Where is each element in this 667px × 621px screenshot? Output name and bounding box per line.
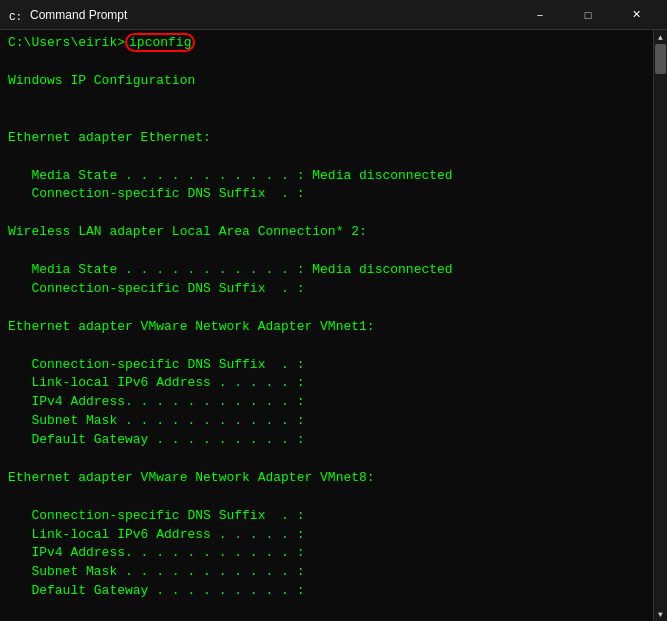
line-vmnet1-ipv6: Link-local IPv6 Address . . . . . : [8, 374, 645, 393]
svg-text:C:: C: [9, 11, 22, 23]
line-vmnet8-subnet: Subnet Mask . . . . . . . . . . . : [8, 563, 645, 582]
line-vmnet8-gw: Default Gateway . . . . . . . . . : [8, 582, 645, 601]
blank-11 [8, 601, 645, 620]
scrollbar-up[interactable]: ▲ [654, 30, 668, 44]
line-vmnet1-ipv4: IPv4 Address. . . . . . . . . . . : [8, 393, 645, 412]
line-vmnet1-adapter: Ethernet adapter VMware Network Adapter … [8, 318, 645, 337]
blank-2 [8, 91, 645, 110]
line-vmnet1-dns: Connection-specific DNS Suffix . : [8, 356, 645, 375]
prompt-text: C:\Users\eirik> [8, 35, 125, 50]
line-vmnet8-ipv6: Link-local IPv6 Address . . . . . : [8, 526, 645, 545]
titlebar: C: Command Prompt − □ ✕ [0, 0, 667, 30]
scrollbar-thumb[interactable] [655, 44, 666, 74]
terminal[interactable]: C:\Users\eirik>ipconfig Windows IP Confi… [0, 30, 653, 621]
command-highlight: ipconfig [125, 33, 195, 52]
close-button[interactable]: ✕ [613, 0, 659, 30]
blank-8 [8, 337, 645, 356]
line-wlan-adapter: Wireless LAN adapter Local Area Connecti… [8, 223, 645, 242]
blank-9 [8, 450, 645, 469]
cmd-icon: C: [8, 7, 24, 23]
blank-6 [8, 242, 645, 261]
line-eth-dns: Connection-specific DNS Suffix . : [8, 185, 645, 204]
line-vmnet1-subnet: Subnet Mask . . . . . . . . . . . : [8, 412, 645, 431]
line-vmnet1-gw: Default Gateway . . . . . . . . . : [8, 431, 645, 450]
titlebar-left: C: Command Prompt [8, 7, 127, 23]
titlebar-title: Command Prompt [30, 8, 127, 22]
scrollbar-down[interactable]: ▼ [654, 607, 668, 621]
scrollbar: ▲ ▼ [653, 30, 667, 621]
scrollbar-track [654, 44, 667, 607]
blank-3 [8, 110, 645, 129]
line-windows-ip: Windows IP Configuration [8, 72, 645, 91]
line-wlan-dns: Connection-specific DNS Suffix . : [8, 280, 645, 299]
line-eth-adapter: Ethernet adapter Ethernet: [8, 129, 645, 148]
titlebar-controls: − □ ✕ [517, 0, 659, 30]
blank-5 [8, 204, 645, 223]
line-wlan-media: Media State . . . . . . . . . . . : Medi… [8, 261, 645, 280]
line-vmnet8-dns: Connection-specific DNS Suffix . : [8, 507, 645, 526]
line-eth-media: Media State . . . . . . . . . . . : Medi… [8, 167, 645, 186]
line-vmnet8-adapter: Ethernet adapter VMware Network Adapter … [8, 469, 645, 488]
blank-7 [8, 299, 645, 318]
line-vmnet8-ipv4: IPv4 Address. . . . . . . . . . . : [8, 544, 645, 563]
maximize-button[interactable]: □ [565, 0, 611, 30]
minimize-button[interactable]: − [517, 0, 563, 30]
prompt-line: C:\Users\eirik>ipconfig [8, 34, 645, 53]
window: C: Command Prompt − □ ✕ C:\Users\eirik>i… [0, 0, 667, 621]
blank-1 [8, 53, 645, 72]
blank-10 [8, 488, 645, 507]
blank-4 [8, 148, 645, 167]
terminal-wrapper: C:\Users\eirik>ipconfig Windows IP Confi… [0, 30, 667, 621]
